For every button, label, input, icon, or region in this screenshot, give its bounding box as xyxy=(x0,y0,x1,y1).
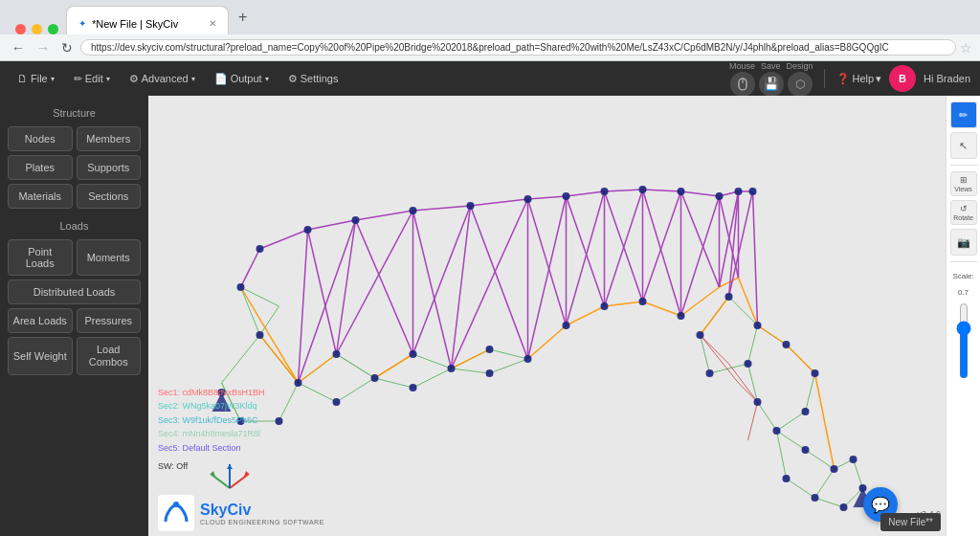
viewport[interactable]: Sec1: cdMk8B8dvxBsH1BH Sec2: WNg5ka07jW3… xyxy=(148,96,946,536)
svg-point-118 xyxy=(295,379,302,387)
screenshot-btn[interactable]: 📷 xyxy=(950,229,977,256)
svg-point-148 xyxy=(725,293,733,301)
rotate-icon: ↺ xyxy=(960,204,968,213)
svg-rect-172 xyxy=(158,495,194,531)
structure-section-title: Structure xyxy=(8,107,141,119)
edit-icon: ✏ xyxy=(74,73,82,85)
toolbar-file[interactable]: 🗋 File ▾ xyxy=(10,69,62,88)
svg-point-135 xyxy=(697,331,704,339)
point-loads-btn[interactable]: Point Loads xyxy=(8,239,73,276)
svg-point-152 xyxy=(745,360,752,368)
new-file-btn[interactable]: New File** xyxy=(880,513,941,531)
chevron-down-icon: ▾ xyxy=(265,75,269,83)
svg-point-144 xyxy=(678,188,685,195)
svg-point-133 xyxy=(639,298,647,305)
save-label: Save xyxy=(761,61,781,71)
ctrl-close[interactable] xyxy=(15,24,26,34)
svg-point-128 xyxy=(486,346,494,353)
save-icon-btn[interactable]: 💾 xyxy=(759,72,784,97)
nav-back-btn[interactable]: ← xyxy=(8,38,29,57)
pencil-tool-btn[interactable]: ✏ xyxy=(950,101,977,128)
nodes-btn[interactable]: Nodes xyxy=(8,126,73,151)
legend-sec2: Sec2: WNg5ka07jW3Kldq xyxy=(158,399,265,413)
nav-refresh-btn[interactable]: ↻ xyxy=(57,38,77,57)
svg-point-163 xyxy=(850,456,858,463)
rotate-btn[interactable]: ↺ Rotate xyxy=(950,200,977,225)
moments-btn[interactable]: Moments xyxy=(77,239,142,276)
views-btn[interactable]: ⊞ Views xyxy=(950,171,977,196)
output-icon: 📄 xyxy=(214,73,228,85)
svg-point-151 xyxy=(812,369,819,377)
svg-point-146 xyxy=(735,188,743,195)
members-btn[interactable]: Members xyxy=(77,126,142,151)
svg-point-173 xyxy=(173,502,179,507)
ctrl-max[interactable] xyxy=(48,24,58,34)
design-label: Design xyxy=(786,61,813,71)
area-loads-btn[interactable]: Area Loads xyxy=(8,308,73,333)
chevron-down-icon: ▾ xyxy=(191,75,195,83)
svg-point-161 xyxy=(840,503,848,511)
chevron-down-icon: ▾ xyxy=(51,75,55,83)
svg-point-159 xyxy=(812,494,819,502)
svg-line-167 xyxy=(211,474,230,488)
star-icon[interactable]: ☆ xyxy=(960,40,972,56)
svg-point-130 xyxy=(524,355,532,363)
svg-point-145 xyxy=(716,192,724,200)
scale-value: 0.7 xyxy=(958,288,969,297)
svg-point-154 xyxy=(754,398,762,406)
svg-point-121 xyxy=(256,245,264,253)
materials-btn[interactable]: Materials xyxy=(8,184,73,209)
svg-point-138 xyxy=(410,207,417,214)
svg-point-126 xyxy=(410,384,417,391)
nav-forward-btn[interactable]: → xyxy=(33,38,54,57)
chevron-down-icon: ▾ xyxy=(106,75,110,83)
tab-close[interactable]: ✕ xyxy=(209,18,216,29)
distributed-loads-btn[interactable]: Distributed Loads xyxy=(8,279,141,304)
user-avatar[interactable]: B xyxy=(889,65,916,92)
svg-point-120 xyxy=(237,283,245,291)
rotate-label: Rotate xyxy=(953,214,973,221)
svg-point-140 xyxy=(524,195,532,203)
pressures-btn[interactable]: Pressures xyxy=(77,308,142,333)
file-icon: 🗋 xyxy=(17,73,28,84)
self-weight-btn[interactable]: Self Weight xyxy=(8,337,73,375)
svg-point-142 xyxy=(601,188,609,195)
address-bar[interactable]: https://dev.skyciv.com/structural?preloa… xyxy=(80,39,956,56)
ctrl-min[interactable] xyxy=(32,24,42,34)
svg-point-150 xyxy=(783,341,791,348)
toolbar-output[interactable]: 📄 Output ▾ xyxy=(207,69,277,89)
supports-btn[interactable]: Supports xyxy=(77,155,142,180)
svg-point-119 xyxy=(256,331,264,339)
views-label: Views xyxy=(954,186,972,192)
scale-slider[interactable] xyxy=(956,302,971,379)
toolbar-settings[interactable]: ⚙ Settings xyxy=(280,69,346,89)
design-icon-btn[interactable]: ⬡ xyxy=(788,72,813,97)
toolbar-edit[interactable]: ✏ Edit ▾ xyxy=(66,69,118,89)
toolbar-advanced[interactable]: ⚙ Advanced ▾ xyxy=(122,69,203,89)
load-combos-btn[interactable]: Load Combos xyxy=(77,337,142,375)
legend-sec4: Sec4: mNn4h8mesla71R8l xyxy=(158,427,265,440)
plates-btn[interactable]: Plates xyxy=(8,155,73,180)
skyciv-text: SkyCiv Cloud Engineering Software xyxy=(200,502,324,525)
tab-favicon: ✦ xyxy=(78,18,86,29)
structure-canvas xyxy=(148,96,946,536)
mouse-icon-btn[interactable] xyxy=(730,72,755,97)
svg-point-147 xyxy=(749,188,757,195)
svg-point-124 xyxy=(371,374,379,382)
svg-point-117 xyxy=(276,417,283,425)
sections-btn[interactable]: Sections xyxy=(77,184,142,209)
views-icon: ⊞ xyxy=(960,175,968,185)
advanced-icon: ⚙ xyxy=(129,73,139,85)
svg-point-153 xyxy=(706,369,714,377)
tab-new-btn[interactable]: + xyxy=(229,3,256,32)
svg-point-141 xyxy=(563,192,570,200)
svg-line-166 xyxy=(230,474,249,488)
cursor-tool-btn[interactable]: ↖ xyxy=(950,132,977,159)
svg-rect-2 xyxy=(165,96,930,536)
browser-tab-active[interactable]: ✦ *New File | SkyCiv ✕ xyxy=(66,6,229,34)
svg-point-156 xyxy=(802,408,810,415)
chevron-down-icon: ▾ xyxy=(876,73,881,85)
help-btn[interactable]: ❓ Help ▾ xyxy=(836,73,881,85)
svg-point-157 xyxy=(802,446,810,454)
svg-point-160 xyxy=(783,475,791,482)
